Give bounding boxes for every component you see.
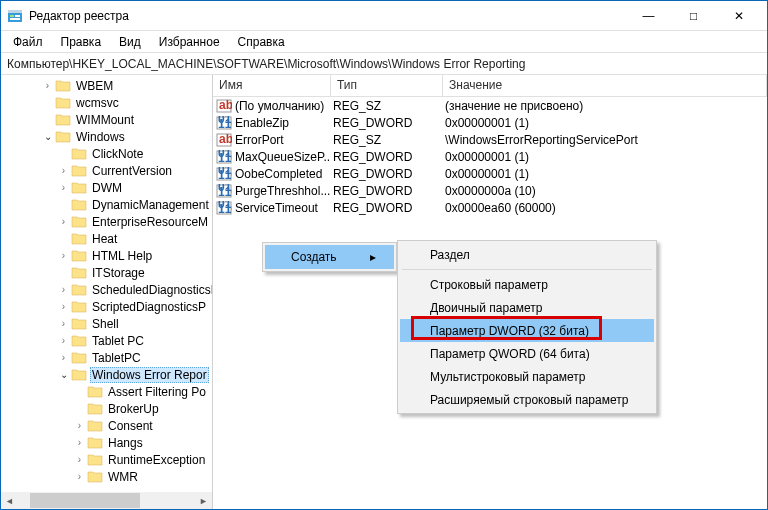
scroll-right-icon[interactable]: ► xyxy=(195,492,212,509)
chevron-right-icon[interactable]: › xyxy=(73,453,86,466)
tree-h-scrollbar[interactable]: ◄ ► xyxy=(1,492,212,509)
tree-label: wcmsvc xyxy=(74,96,121,110)
svg-rect-0 xyxy=(8,13,22,22)
value-row[interactable]: 011110MaxQueueSizeP...REG_DWORD0x0000000… xyxy=(213,148,767,165)
dword-value-icon: 011110 xyxy=(216,167,232,181)
folder-icon xyxy=(71,232,87,245)
tree-item[interactable]: BrokerUp xyxy=(1,400,212,417)
scroll-left-icon[interactable]: ◄ xyxy=(1,492,18,509)
tree-item[interactable]: ⌄Windows xyxy=(1,128,212,145)
col-value[interactable]: Значение xyxy=(443,75,767,96)
ctx-dword[interactable]: Параметр DWORD (32 бита) xyxy=(400,319,654,342)
tree-item[interactable]: ITStorage xyxy=(1,264,212,281)
toggle-placeholder xyxy=(73,385,86,398)
chevron-right-icon[interactable]: › xyxy=(57,317,70,330)
tree-item[interactable]: ›Consent xyxy=(1,417,212,434)
value-data: 0x00000001 (1) xyxy=(443,116,767,130)
value-row[interactable]: 011110PurgeThreshhol...REG_DWORD0x000000… xyxy=(213,182,767,199)
tree-label: Consent xyxy=(106,419,155,433)
tree-item[interactable]: ⌄Windows Error Repor xyxy=(1,366,212,383)
tree-item[interactable]: ›EnterpriseResourceM xyxy=(1,213,212,230)
chevron-right-icon[interactable]: › xyxy=(73,419,86,432)
folder-icon xyxy=(71,249,87,262)
chevron-right-icon[interactable]: › xyxy=(57,351,70,364)
tree-item[interactable]: ›WBEM xyxy=(1,77,212,94)
tree-item[interactable]: ›TabletPC xyxy=(1,349,212,366)
chevron-down-icon[interactable]: ⌄ xyxy=(41,130,54,143)
col-name[interactable]: Имя xyxy=(213,75,331,96)
value-row[interactable]: abErrorPortREG_SZ\WindowsErrorReportingS… xyxy=(213,131,767,148)
menu-view[interactable]: Вид xyxy=(111,33,149,51)
tree-item[interactable]: DynamicManagement xyxy=(1,196,212,213)
ctx-qword[interactable]: Параметр QWORD (64 бита) xyxy=(400,342,654,365)
svg-text:ab: ab xyxy=(219,99,232,112)
value-data: 0x00000001 (1) xyxy=(443,150,767,164)
col-type[interactable]: Тип xyxy=(331,75,443,96)
folder-icon xyxy=(71,181,87,194)
tree-item[interactable]: ›WMR xyxy=(1,468,212,485)
minimize-button[interactable]: — xyxy=(626,2,671,30)
folder-icon xyxy=(71,266,87,279)
menu-help[interactable]: Справка xyxy=(230,33,293,51)
tree-item[interactable]: Heat xyxy=(1,230,212,247)
tree-item[interactable]: ›CurrentVersion xyxy=(1,162,212,179)
tree-label: CurrentVersion xyxy=(90,164,174,178)
chevron-right-icon[interactable]: › xyxy=(73,470,86,483)
tree-item[interactable]: ›Hangs xyxy=(1,434,212,451)
ctx-string[interactable]: Строковый параметр xyxy=(400,273,654,296)
chevron-right-icon[interactable]: › xyxy=(57,249,70,262)
scroll-thumb[interactable] xyxy=(30,493,140,508)
svg-text:110: 110 xyxy=(218,185,232,198)
menu-file[interactable]: Файл xyxy=(5,33,51,51)
chevron-right-icon[interactable]: › xyxy=(73,436,86,449)
chevron-right-icon[interactable]: › xyxy=(57,300,70,313)
tree-item[interactable]: WIMMount xyxy=(1,111,212,128)
chevron-right-icon[interactable]: › xyxy=(57,215,70,228)
svg-text:110: 110 xyxy=(218,117,232,130)
chevron-right-icon[interactable]: › xyxy=(57,181,70,194)
value-row[interactable]: 011110ServiceTimeoutREG_DWORD0x0000ea60 … xyxy=(213,199,767,216)
chevron-right-icon[interactable]: › xyxy=(57,164,70,177)
tree-item[interactable]: ›ScriptedDiagnosticsP xyxy=(1,298,212,315)
maximize-button[interactable]: □ xyxy=(671,2,716,30)
value-type: REG_DWORD xyxy=(331,201,443,215)
value-type: REG_DWORD xyxy=(331,167,443,181)
dword-value-icon: 011110 xyxy=(216,201,232,215)
menu-edit[interactable]: Правка xyxy=(53,33,110,51)
column-headers: Имя Тип Значение xyxy=(213,75,767,97)
tree-item[interactable]: ›Tablet PC xyxy=(1,332,212,349)
tree-label: DynamicManagement xyxy=(90,198,211,212)
value-row[interactable]: ab(По умолчанию)REG_SZ(значение не присв… xyxy=(213,97,767,114)
ctx-expandstring[interactable]: Расширяемый строковый параметр xyxy=(400,388,654,411)
chevron-right-icon[interactable]: › xyxy=(57,283,70,296)
close-button[interactable]: ✕ xyxy=(716,2,761,30)
tree-item[interactable]: ›RuntimeException xyxy=(1,451,212,468)
tree-label: ClickNote xyxy=(90,147,145,161)
tree-label: RuntimeException xyxy=(106,453,207,467)
menu-favorites[interactable]: Избранное xyxy=(151,33,228,51)
folder-icon xyxy=(71,317,87,330)
tree-item[interactable]: ›HTML Help xyxy=(1,247,212,264)
tree-item[interactable]: ›ScheduledDiagnosticsP xyxy=(1,281,212,298)
tree-item[interactable]: ›DWM xyxy=(1,179,212,196)
folder-icon xyxy=(55,96,71,109)
ctx-section[interactable]: Раздел xyxy=(400,243,654,266)
value-row[interactable]: 011110OobeCompletedREG_DWORD0x00000001 (… xyxy=(213,165,767,182)
folder-icon xyxy=(71,283,87,296)
titlebar: Редактор реестра — □ ✕ xyxy=(1,1,767,31)
tree-item[interactable]: wcmsvc xyxy=(1,94,212,111)
tree-item[interactable]: ›Shell xyxy=(1,315,212,332)
chevron-down-icon[interactable]: ⌄ xyxy=(57,368,70,381)
value-row[interactable]: 011110EnableZipREG_DWORD0x00000001 (1) xyxy=(213,114,767,131)
tree-item[interactable]: ClickNote xyxy=(1,145,212,162)
tree-item[interactable]: Assert Filtering Po xyxy=(1,383,212,400)
ctx-create[interactable]: Создать ▸ xyxy=(265,245,394,269)
chevron-right-icon[interactable]: › xyxy=(41,79,54,92)
ctx-multistring[interactable]: Мультистроковый параметр xyxy=(400,365,654,388)
address-bar[interactable]: Компьютер\HKEY_LOCAL_MACHINE\SOFTWARE\Mi… xyxy=(1,53,767,75)
value-type: REG_SZ xyxy=(331,133,443,147)
chevron-right-icon[interactable]: › xyxy=(57,334,70,347)
svg-rect-4 xyxy=(8,10,22,13)
ctx-binary[interactable]: Двоичный параметр xyxy=(400,296,654,319)
toggle-placeholder xyxy=(57,266,70,279)
